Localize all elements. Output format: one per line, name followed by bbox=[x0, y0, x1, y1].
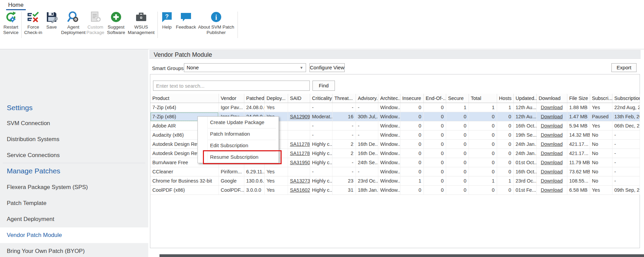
column-header-hosts[interactable]: Hosts bbox=[497, 94, 513, 103]
feedback-button[interactable]: Feedback bbox=[175, 11, 197, 42]
column-header-threat[interactable]: Threat... bbox=[332, 94, 356, 103]
table-row[interactable]: 7-Zip (x64)Igor Pav...24.08.0.0Yes---Win… bbox=[150, 103, 640, 112]
said-link[interactable]: SA31950 bbox=[288, 158, 310, 167]
cell-vendor: CoolPDF... bbox=[219, 186, 244, 195]
column-header-updated[interactable]: Updated... bbox=[513, 94, 536, 103]
cell-insecure: 1 bbox=[400, 176, 423, 186]
export-button[interactable]: Export bbox=[611, 63, 637, 72]
product-link[interactable]: Chrome for Business 32-bit bbox=[150, 176, 219, 186]
context-menu-item-resume-subscription[interactable]: Resume Subscription bbox=[198, 151, 278, 163]
said-link[interactable]: SA112780 bbox=[288, 149, 310, 158]
configure-view-button[interactable]: Configure View bbox=[309, 63, 345, 72]
agent-deployment-button[interactable]: Agent Deployment bbox=[58, 11, 88, 42]
cell-architecture: Window... bbox=[378, 121, 400, 131]
product-link[interactable]: CCleaner bbox=[150, 167, 219, 176]
cell-end_of_life: 0 bbox=[423, 158, 446, 167]
cell-insecure: 0 bbox=[400, 103, 423, 112]
column-header-download[interactable]: Download bbox=[536, 94, 567, 103]
said-link[interactable]: SA51602 bbox=[288, 186, 310, 195]
table-row[interactable]: Chrome for Business 32-bitGoogle130.0.6.… bbox=[150, 176, 640, 186]
column-header-criticality[interactable]: Criticality bbox=[310, 94, 332, 103]
column-header-vendor[interactable]: Vendor bbox=[219, 94, 244, 103]
sidebar-item-svm-connection[interactable]: SVM Connection bbox=[0, 116, 148, 131]
column-header-subscribed[interactable]: Subscri... bbox=[590, 94, 612, 103]
cell-advisory: 16th De... bbox=[356, 140, 378, 149]
save-button[interactable]: Save bbox=[44, 11, 59, 42]
sidebar-item-bring-your-own-patch-byop[interactable]: Bring Your Own Patch (BYOP) bbox=[0, 243, 148, 257]
cell-architecture: Window... bbox=[378, 103, 400, 112]
cell-advisory: 24th Se... bbox=[356, 158, 378, 167]
cell-advisory: 16th De... bbox=[356, 149, 378, 158]
smart-groups-dropdown[interactable]: None ▼ bbox=[184, 63, 306, 72]
sidebar-section-settings: Settings bbox=[0, 100, 148, 116]
restart-service-icon bbox=[5, 11, 17, 23]
download-link[interactable]: Download bbox=[536, 176, 567, 186]
find-button[interactable]: Find bbox=[312, 81, 335, 91]
sidebar-item-agent-deployment[interactable]: Agent Deployment bbox=[0, 211, 148, 227]
restart-service-button[interactable]: Restart Service bbox=[1, 11, 21, 42]
cell-criticality: - bbox=[310, 131, 332, 140]
cell-subscription: - bbox=[612, 176, 640, 186]
said-link[interactable]: SA112780 bbox=[288, 140, 310, 149]
wsus-management-button[interactable]: WSUS Management bbox=[125, 11, 157, 42]
download-link[interactable]: Download bbox=[536, 140, 567, 149]
sidebar-divider bbox=[3, 163, 145, 163]
search-input[interactable] bbox=[153, 81, 310, 91]
download-link[interactable]: Download bbox=[536, 131, 567, 140]
cell-total: 0 bbox=[469, 140, 497, 149]
cell-threat: - bbox=[332, 103, 356, 112]
tab-home[interactable]: Home bbox=[8, 2, 23, 8]
sidebar-item-vendor-patch-module[interactable]: Vendor Patch Module bbox=[0, 227, 148, 243]
suggest-software-button[interactable]: Suggest Software bbox=[105, 11, 127, 42]
product-link[interactable]: 7-Zip (x64) bbox=[150, 103, 219, 112]
download-link[interactable]: Download bbox=[536, 121, 567, 131]
column-header-subscription[interactable]: Subscription... bbox=[612, 94, 640, 103]
cell-subscription: 22nd Aug, 2... bbox=[612, 103, 640, 112]
column-header-end_of_life[interactable]: End-Of-... bbox=[423, 94, 446, 103]
cell-updated: 19th Se... bbox=[513, 131, 536, 140]
save-icon bbox=[45, 11, 58, 23]
cell-secure: 0 bbox=[446, 167, 469, 176]
said-link[interactable]: SA129090 bbox=[288, 112, 310, 121]
agent-deployment-icon bbox=[67, 11, 79, 23]
cell-subscribed: No bbox=[590, 167, 612, 176]
download-link[interactable]: Download bbox=[536, 112, 567, 121]
sidebar-item-patch-template[interactable]: Patch Template bbox=[0, 195, 148, 211]
table-row[interactable]: CoolPDF (x86)CoolPDF...3.0.0.0YesSA51602… bbox=[150, 186, 640, 195]
column-header-deploy[interactable]: Deploy... bbox=[264, 94, 288, 103]
column-header-secure[interactable]: Secure bbox=[446, 94, 469, 103]
chevron-down-icon[interactable]: ▼ bbox=[300, 64, 303, 72]
table-row[interactable]: CCleanerPiriform...6.29.11...Yes---Windo… bbox=[150, 167, 640, 176]
said-link[interactable]: SA132733 bbox=[288, 176, 310, 186]
context-menu-item-create-update-package[interactable]: Create Update Package bbox=[198, 117, 278, 128]
about-button[interactable]: iAbout SVM Patch Publisher bbox=[197, 11, 235, 42]
sidebar-item-service-connections[interactable]: Service Connections bbox=[0, 148, 148, 163]
cell-hosts: 1 bbox=[497, 176, 513, 186]
download-link[interactable]: Download bbox=[536, 158, 567, 167]
column-header-advisory[interactable]: Advisory... bbox=[356, 94, 378, 103]
column-header-patched[interactable]: Patched... bbox=[244, 94, 264, 103]
custom-package-button: Custom Package bbox=[85, 11, 106, 42]
product-link[interactable]: CoolPDF (x86) bbox=[150, 186, 219, 195]
column-header-file_size[interactable]: File Size bbox=[567, 94, 590, 103]
sidebar-item-flexera-package-system-sps[interactable]: Flexera Package System (SPS) bbox=[0, 179, 148, 195]
context-menu-item-patch-information[interactable]: Patch Information bbox=[198, 128, 278, 140]
column-header-total[interactable]: Total bbox=[469, 94, 497, 103]
context-menu-item-edit-subscription[interactable]: Edit Subscription bbox=[198, 140, 278, 151]
sidebar-item-distribution-systems[interactable]: Distribution Systems bbox=[0, 132, 148, 147]
download-link[interactable]: Download bbox=[536, 103, 567, 112]
column-header-product[interactable]: Product bbox=[150, 94, 219, 103]
force-checkin-button[interactable]: Force Check-in bbox=[22, 11, 44, 42]
cell-secure: 0 bbox=[446, 176, 469, 186]
download-link[interactable]: Download bbox=[536, 167, 567, 176]
column-header-said[interactable]: SAID bbox=[288, 94, 310, 103]
help-button[interactable]: ?Help bbox=[159, 11, 174, 42]
column-header-insecure[interactable]: Insecure bbox=[400, 94, 423, 103]
cell-said bbox=[288, 121, 310, 131]
download-link[interactable]: Download bbox=[536, 149, 567, 158]
download-link[interactable]: Download bbox=[536, 186, 567, 195]
cell-criticality: Highly c... bbox=[310, 186, 332, 195]
column-header-architecture[interactable]: Architec... bbox=[378, 94, 400, 103]
cell-hosts: 1 bbox=[497, 103, 513, 112]
cell-total: 0 bbox=[469, 167, 497, 176]
